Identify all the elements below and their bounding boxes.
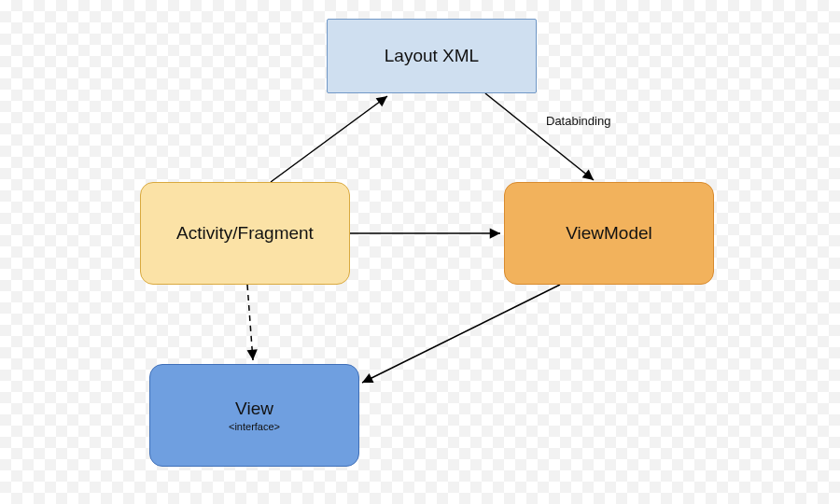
node-subtitle: <interface>: [229, 421, 280, 432]
node-label: ViewModel: [566, 223, 652, 244]
node-viewmodel: ViewModel: [504, 182, 714, 285]
node-label: Activity/Fragment: [176, 223, 314, 244]
node-label: Layout XML: [385, 46, 479, 66]
edge-label-databinding: Databinding: [546, 114, 610, 128]
edge-activity-to-layout: [271, 96, 387, 182]
node-view: View <interface>: [149, 364, 359, 467]
node-label: View: [235, 399, 273, 419]
edge-viewmodel-to-view: [362, 285, 560, 383]
node-layout-xml: Layout XML: [327, 19, 537, 93]
edge-activity-to-view: [247, 285, 253, 360]
edge-layout-to-viewmodel: [485, 93, 594, 180]
diagram-canvas: Layout XML Activity/Fragment ViewModel V…: [0, 0, 840, 504]
node-activity-fragment: Activity/Fragment: [140, 182, 350, 285]
